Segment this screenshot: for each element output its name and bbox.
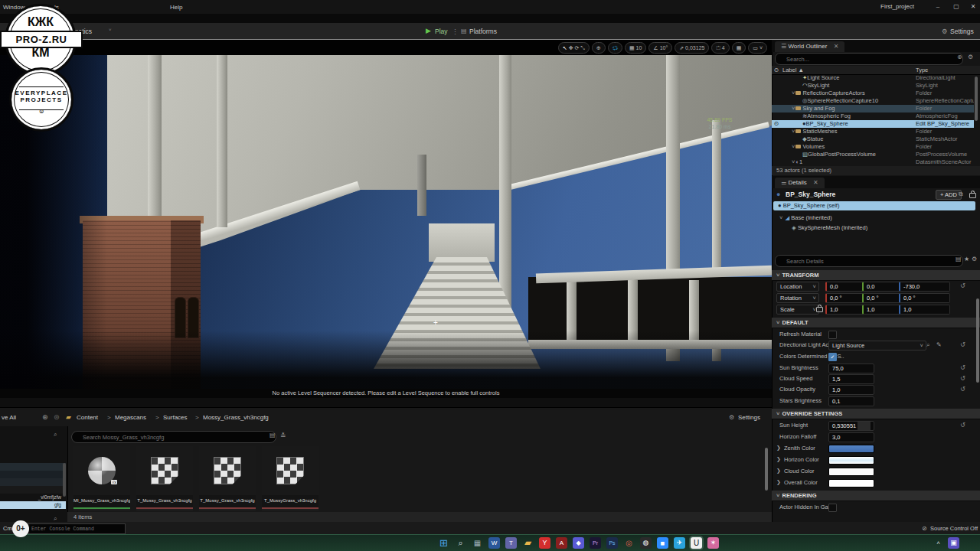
start-icon[interactable]: ⊞ [438,537,449,549]
breadcrumb-surfaces[interactable]: Surfaces [163,414,188,421]
outliner-scrollbar[interactable] [975,77,978,121]
details-settings-gear-icon[interactable]: ⚙ [972,256,977,262]
premiere-icon[interactable]: Pr [590,537,601,549]
column-label[interactable]: Label ▲ [782,66,804,74]
scale-lock-icon[interactable] [816,307,823,312]
toolbar-settings-button[interactable]: Settings [950,28,974,35]
sun-brightness-field[interactable]: 75,0 [828,364,874,373]
task-view-icon[interactable]: ▦ [472,537,483,549]
new-folder-icon[interactable]: ⊕ [957,54,962,60]
asset-tile-material-instance[interactable]: √x MI_Mossy_Grass_vh3ncgfg [74,446,130,510]
reset-icon[interactable]: ↺ [960,386,965,393]
sources-scrollbar[interactable] [63,463,66,497]
reset-icon[interactable]: ↺ [960,375,965,382]
column-type[interactable]: Type [916,66,928,74]
source-row[interactable] [0,486,66,494]
section-transform[interactable]: ˅ TRANSFORM [772,270,980,281]
tray-app-icon[interactable]: ▣ [948,537,959,549]
tray-chevron-icon[interactable]: ˄ [933,537,944,549]
display-filter-icon[interactable]: ▤ [956,256,962,262]
teams-icon[interactable]: T [505,537,517,549]
outliner-row-selected[interactable]: ⊙● BP_Sky_SphereEdit BP_Sky_Sphere [772,120,974,128]
outliner-search-input[interactable] [775,53,963,65]
location-dropdown[interactable]: Location˅ [776,282,819,292]
eye-icon[interactable]: ⊙ [774,66,779,74]
expand-chevron-icon[interactable]: ❯ [776,456,781,462]
source-row[interactable] [0,471,66,478]
purple-app-icon[interactable]: ◆ [573,537,584,549]
scale-dropdown[interactable]: Scale˅ [776,305,819,315]
edit-pencil-icon[interactable]: ✎ [936,341,942,348]
component-row-selected[interactable]: ● BP_Sky_Sphere (self) [773,201,975,210]
unreal-engine-icon[interactable]: U [691,537,702,549]
menu-help[interactable]: Help [170,4,182,11]
asset-tile-texture[interactable]: T_MossyGrass_vh3ncgfg [262,446,318,510]
rotation-dropdown[interactable]: Rotation˅ [776,293,819,303]
expand-chevron-icon[interactable]: ❯ [776,479,781,485]
horizon-falloff-field[interactable]: 3,0 [828,432,874,442]
source-row[interactable] [0,478,66,486]
reset-icon[interactable]: ↺ [960,364,965,371]
outliner-row[interactable]: ◠ SkyLightSkyLight [772,82,974,90]
save-all-button[interactable]: ve All [2,414,16,421]
play-button[interactable]: Play [435,28,448,35]
obs-icon[interactable]: ◍ [640,537,652,549]
explorer-icon[interactable]: ▰ [522,537,534,549]
asset-tile-texture[interactable]: T_Mossy_Grass_vh3ncgfg [136,446,193,510]
eye-icon[interactable]: ⊙ [774,120,779,128]
reset-icon[interactable]: ↺ [960,341,965,348]
tab-details[interactable]: ⚌ Details ✕ [775,178,825,188]
actor-hidden-checkbox[interactable] [828,504,837,512]
filter-icon[interactable]: ≛ [280,432,286,439]
search-icon[interactable]: ⌕ [54,431,57,439]
location-y-field[interactable]: 0,0 [862,282,901,292]
play-icon[interactable]: ▶ [426,27,431,34]
outliner-row[interactable]: ˅ReflectionCaptureActorsFolder [772,90,974,97]
word-icon[interactable]: W [488,537,500,549]
platforms-button[interactable]: Platforms [469,28,497,35]
content-scrollbar[interactable] [765,448,768,491]
refresh-material-checkbox[interactable] [828,331,837,339]
content-settings-button[interactable]: Settings [738,414,760,421]
breadcrumb-content[interactable]: Content [77,414,98,421]
favorites-star-icon[interactable]: ★ [964,256,969,262]
blueprint-edit-icon[interactable]: ⧉ [959,191,963,198]
minimize-button[interactable]: – [933,2,943,11]
menu-tools[interactable]: Tools [44,4,59,11]
back-icon[interactable]: ⊛ [42,413,48,421]
close-button[interactable]: ✕ [968,2,978,11]
rotation-z-field[interactable]: 0,0 ° [899,293,950,303]
lock-icon[interactable] [969,193,976,198]
console-command-input[interactable] [28,523,126,534]
asset-tile-texture[interactable]: T_Mossy_Grass_vh3ncgfg [199,446,256,510]
sun-height-drag-area[interactable] [858,422,871,430]
source-row-selected[interactable]: gfg [0,501,66,509]
cloud-opacity-field[interactable]: 1,0 [828,385,874,395]
acrobat-icon[interactable]: A [556,537,567,549]
red-app-icon[interactable]: ◎ [623,537,635,549]
add-component-button[interactable]: + ADD [936,190,962,200]
dir-light-dropdown[interactable]: Light Source˅ [828,341,926,350]
horizon-color-swatch[interactable] [828,456,874,465]
expand-chevron-icon[interactable]: ❯ [776,468,781,474]
outliner-row[interactable]: ◆ StatueStaticMeshActor [772,135,974,143]
component-row-base[interactable]: ˅ ◢ Base (Inherited) [779,214,832,221]
overall-color-swatch[interactable] [828,479,874,487]
breadcrumb-megascans[interactable]: Megascans [115,414,146,421]
component-row-mesh[interactable]: ◈ SkySphereMesh (Inherited) [792,224,867,231]
rotation-y-field[interactable]: 0,0 ° [862,293,901,303]
save-search-icon[interactable]: ▤ [270,432,276,439]
pink-app-icon[interactable]: ✶ [707,537,719,549]
cinematics-button[interactable]: Cinematics [60,28,92,35]
outliner-row[interactable]: ˅StaticMeshesFolder [772,128,974,135]
breadcrumb-current-folder[interactable]: Mossy_Grass_vh3ncgfg [203,414,269,421]
source-row[interactable] [0,463,66,471]
search-icon[interactable]: ⌕ [455,537,466,549]
stars-brightness-field[interactable]: 0,1 [828,396,874,406]
forward-icon[interactable]: ⊜ [54,413,60,421]
details-search-input[interactable] [775,255,963,267]
outliner-row[interactable]: ˅Sky and FogFolder [772,105,974,112]
outliner-settings-gear-icon[interactable]: ⚙ [968,54,973,60]
source-control-status[interactable]: Source Control Off [930,525,978,532]
source-row-folder[interactable]: _vl0mfjzfw [0,494,66,501]
